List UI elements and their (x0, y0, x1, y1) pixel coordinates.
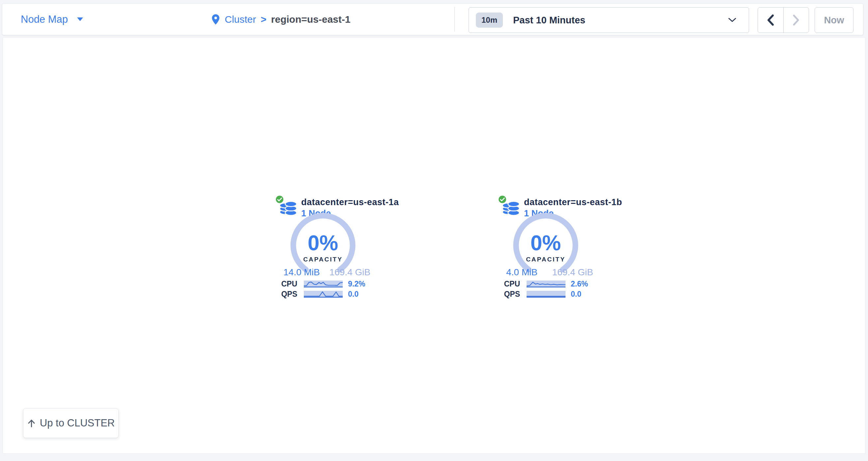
breadcrumb-cluster-link[interactable]: Cluster (225, 14, 256, 25)
datacenter-title: datacenter=us-east-1a (301, 197, 399, 208)
now-button[interactable]: Now (815, 7, 854, 33)
capacity-label: CAPACITY (303, 256, 343, 263)
map-pin-icon (211, 14, 220, 25)
time-back-button[interactable] (758, 7, 783, 33)
datacenter-card-us-east-1b[interactable]: datacenter=us-east-1b 1 Node 0% CAPACITY… (496, 194, 595, 305)
up-to-cluster-button[interactable]: Up to CLUSTER (23, 408, 119, 438)
qps-sparkline (527, 291, 565, 298)
capacity-percent: 0% (531, 233, 561, 253)
time-nav-group (757, 7, 809, 33)
cpu-sparkline (527, 281, 565, 288)
metric-label: CPU (274, 279, 302, 289)
metric-list: CPU 9.2% QPS 0.0 (274, 280, 372, 300)
capacity-range: 14.0 MiB 169.4 GiB (283, 267, 370, 277)
total-capacity: 169.4 GiB (552, 267, 593, 277)
metric-value: 2.6% (571, 279, 588, 289)
breadcrumb-current: region=us-east-1 (271, 14, 351, 25)
time-range-badge: 10m (476, 12, 503, 28)
view-selector-label: Node Map (21, 13, 68, 25)
metric-value: 9.2% (348, 279, 365, 289)
datacenter-icons (497, 194, 524, 219)
metric-value: 0.0 (571, 290, 581, 299)
healthy-check-icon (275, 195, 284, 204)
time-forward-button[interactable] (783, 7, 809, 33)
metric-label: QPS (496, 290, 525, 299)
cpu-sparkline (304, 281, 343, 288)
qps-sparkline (304, 291, 343, 298)
up-arrow-icon (27, 419, 36, 428)
time-range-dropdown[interactable]: 10m Past 10 Minutes (469, 7, 749, 33)
chevron-left-icon (767, 14, 774, 26)
datacenter-title: datacenter=us-east-1b (524, 197, 622, 208)
datacenter-card-us-east-1a[interactable]: datacenter=us-east-1a 1 Node 0% CAPACITY… (274, 194, 372, 305)
metric-row-cpu: CPU 9.2% (274, 280, 372, 288)
metric-label: CPU (496, 279, 525, 289)
top-bar: Node Map Cluster > region=us-east-1 10m … (2, 3, 863, 35)
capacity-range: 4.0 MiB 169.4 GiB (506, 267, 593, 277)
metric-label: QPS (274, 290, 302, 299)
up-to-cluster-label: Up to CLUSTER (40, 417, 115, 429)
breadcrumb-separator: > (261, 14, 267, 25)
metric-row-qps: QPS 0.0 (274, 290, 372, 298)
breadcrumb: Cluster > region=us-east-1 (211, 4, 350, 35)
capacity-percent: 0% (308, 233, 338, 253)
datacenter-icons (274, 194, 301, 219)
time-range-label: Past 10 Minutes (513, 15, 585, 26)
metric-list: CPU 2.6% QPS 0.0 (496, 280, 595, 300)
chevron-right-icon (792, 14, 800, 26)
used-capacity: 14.0 MiB (283, 267, 320, 277)
total-capacity: 169.4 GiB (329, 267, 370, 277)
caret-down-icon (77, 18, 83, 21)
topbar-divider (455, 7, 455, 32)
metric-value: 0.0 (348, 290, 359, 299)
metric-row-qps: QPS 0.0 (496, 290, 595, 298)
node-map-canvas: datacenter=us-east-1a 1 Node 0% CAPACITY… (3, 37, 865, 454)
healthy-check-icon (498, 195, 507, 204)
node-map-page: Node Map Cluster > region=us-east-1 10m … (0, 0, 868, 461)
used-capacity: 4.0 MiB (506, 267, 537, 277)
capacity-label: CAPACITY (526, 256, 565, 263)
chevron-down-icon (728, 18, 736, 22)
metric-row-cpu: CPU 2.6% (496, 280, 595, 288)
view-selector-dropdown[interactable]: Node Map (21, 4, 83, 35)
